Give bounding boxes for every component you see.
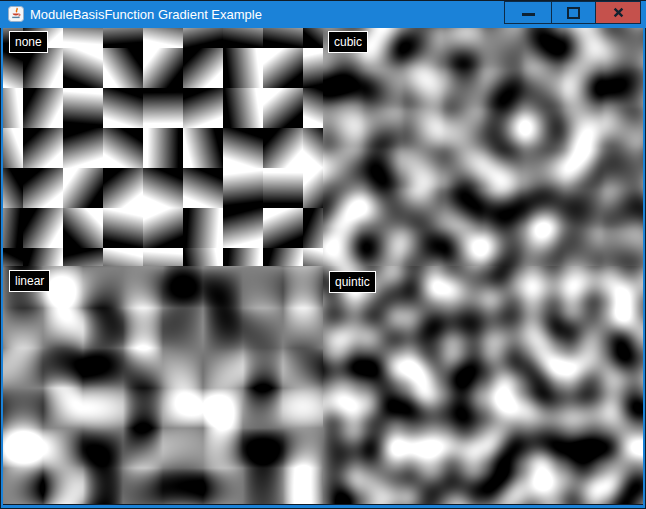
maximize-button[interactable] bbox=[551, 1, 596, 24]
window-controls bbox=[504, 1, 641, 24]
render-area: none cubic linear quintic bbox=[3, 28, 643, 504]
window-title: ModuleBasisFunction Gradient Example bbox=[30, 0, 262, 28]
close-icon bbox=[613, 7, 624, 18]
minimize-icon bbox=[522, 13, 535, 16]
maximize-icon bbox=[567, 7, 580, 19]
java-coffee-cup-icon bbox=[8, 6, 24, 22]
panel-label-cubic: cubic bbox=[328, 31, 368, 53]
close-button[interactable] bbox=[595, 1, 641, 24]
noise-canvas bbox=[3, 28, 643, 504]
titlebar[interactable]: ModuleBasisFunction Gradient Example bbox=[0, 0, 646, 28]
panel-label-linear: linear bbox=[9, 270, 50, 292]
panel-label-quintic: quintic bbox=[329, 271, 376, 293]
panel-label-none: none bbox=[9, 31, 48, 53]
minimize-button[interactable] bbox=[504, 1, 552, 24]
app-window: ModuleBasisFunction Gradient Example non… bbox=[0, 0, 646, 509]
